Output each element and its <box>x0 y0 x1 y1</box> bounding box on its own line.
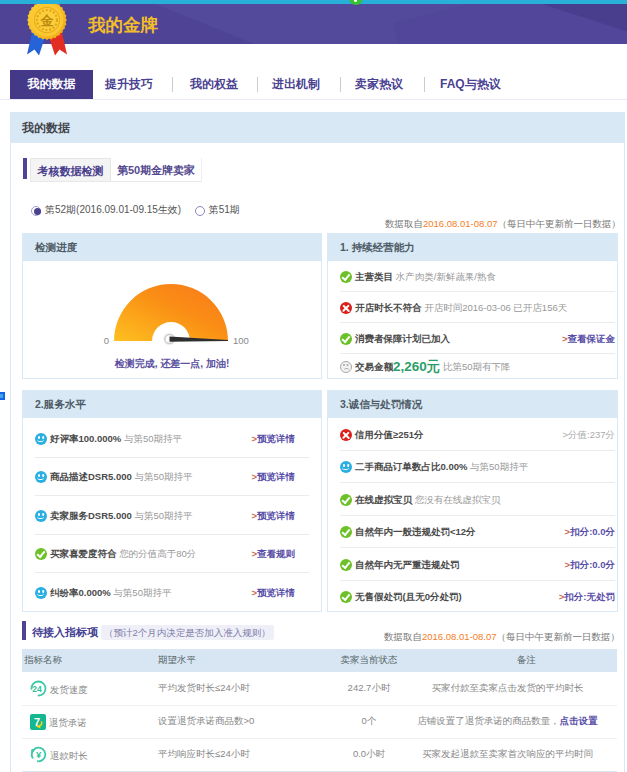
svg-text:0: 0 <box>104 335 109 346</box>
svg-text:金: 金 <box>40 13 55 28</box>
svg-text:100: 100 <box>233 335 249 346</box>
svg-text:24: 24 <box>32 683 42 693</box>
svg-text:¥: ¥ <box>36 749 42 760</box>
